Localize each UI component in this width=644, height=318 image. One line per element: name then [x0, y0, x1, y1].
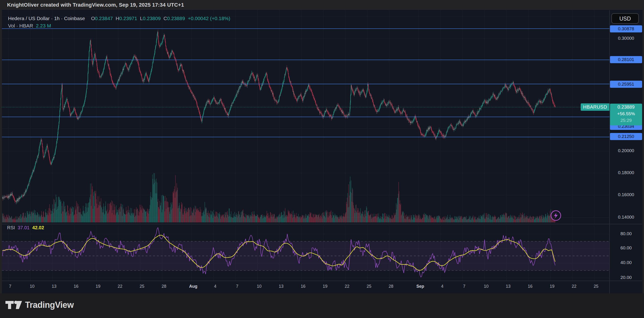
price-axis-label: 0.20000	[610, 148, 642, 153]
rsi-axis-label: 60.00	[610, 245, 642, 251]
time-axis-label: Aug	[189, 284, 198, 289]
time-axis-label: 19	[550, 284, 554, 289]
lightning-bolt-icon	[552, 211, 560, 220]
currency-toggle-button[interactable]: USD	[612, 13, 639, 24]
time-axis-label: 28	[388, 284, 393, 289]
rsi-ma-value: 42.02	[32, 225, 44, 230]
time-axis-label: 10	[257, 284, 262, 289]
high-value: 0.23971	[119, 16, 137, 21]
price-axis-label: 0.30000	[610, 36, 642, 41]
low-value: 0.23809	[143, 16, 161, 21]
chart-surface[interactable]	[2, 10, 642, 294]
price-axis-label: 0.16000	[610, 192, 642, 197]
time-axis-label: 19	[96, 284, 100, 289]
time-axis-label: 13	[52, 284, 56, 289]
time-axis-label: 4	[214, 284, 216, 289]
open-label: O	[91, 16, 95, 21]
time-axis-label: Sep	[416, 284, 424, 289]
time-axis-label: 7	[236, 284, 238, 289]
rsi-axis-label: 20.00	[610, 275, 642, 280]
price-axis-label: 0.14000	[610, 215, 642, 220]
change-percent: +56.55%	[610, 110, 642, 117]
volume-label[interactable]: Vol · HBAR	[8, 23, 33, 28]
time-axis-label: 25	[594, 284, 598, 289]
tradingview-logo[interactable]: TradingView	[5, 300, 74, 310]
rsi-axis-label: 80.00	[610, 231, 642, 236]
rsi-legend-row: RSI 37.01 42.02	[7, 225, 46, 230]
alert-price-lines[interactable]	[2, 29, 610, 137]
footer-strip: TradingView	[0, 293, 644, 318]
tradingview-snapshot: KnightOliver created with TradingView.co…	[0, 0, 644, 318]
volume-legend-row: Vol · HBAR 2.23 M	[8, 23, 52, 29]
volume-series	[2, 173, 555, 222]
chart-canvas[interactable]	[2, 10, 642, 294]
brand-name: TradingView	[25, 300, 74, 310]
last-price-box: 0.23889 +56.55% 25:29	[610, 104, 642, 125]
time-axis-label: 16	[74, 284, 78, 289]
time-axis-label: 22	[572, 284, 576, 289]
time-axis-label: 25	[140, 284, 144, 289]
symbol-title[interactable]: Hedera / US Dollar · 1h · Coinbase	[8, 16, 85, 21]
time-axis-label: 22	[118, 284, 122, 289]
high-label: H	[116, 16, 119, 21]
header-strip: KnightOliver created with TradingView.co…	[0, 0, 644, 10]
grid-lines	[2, 10, 610, 281]
alert-price-label: 0.30878	[610, 25, 642, 32]
attribution-text: KnightOliver created with TradingView.co…	[7, 2, 184, 8]
low-label: L	[140, 16, 143, 21]
alert-price-label: 0.25951	[610, 81, 642, 88]
bar-countdown: 25:29	[610, 117, 642, 123]
time-axis-label: 10	[484, 284, 488, 289]
time-axis-label: 13	[279, 284, 284, 289]
close-value: 0.23889	[167, 16, 185, 21]
time-axis-label: 13	[506, 284, 510, 289]
flash-icon[interactable]	[551, 210, 561, 221]
time-axis-label: 22	[345, 284, 350, 289]
last-price: 0.23889	[610, 104, 642, 110]
time-axis-label: 19	[323, 284, 328, 289]
rsi-value: 37.01	[18, 225, 30, 230]
tradingview-mark-icon	[5, 300, 22, 310]
time-axis-label: 16	[301, 284, 306, 289]
alert-price-label: 0.21250	[610, 133, 642, 140]
time-axis-label: 7	[9, 284, 11, 289]
time-axis-label: 10	[30, 284, 34, 289]
rsi-label[interactable]: RSI	[7, 225, 15, 230]
time-axis-label: 7	[463, 284, 466, 289]
close-label: C	[164, 16, 167, 21]
time-axis-label: 4	[441, 284, 444, 289]
time-axis-label: 16	[528, 284, 532, 289]
time-axis-label: 28	[162, 284, 166, 289]
volume-value: 2.23 M	[36, 23, 51, 28]
open-value: 0.23847	[95, 16, 113, 21]
time-axis-label: 25	[367, 284, 371, 289]
alert-price-label: 0.28101	[610, 56, 642, 63]
price-axis-label: 0.18000	[610, 170, 642, 175]
rsi-axis-label: 40.00	[610, 260, 642, 265]
symbol-price-tag: HBARUSD	[581, 103, 610, 111]
symbol-legend-row: Hedera / US Dollar · 1h · Coinbase O0.23…	[8, 16, 232, 21]
change-value: +0.00042 (+0.18%)	[188, 16, 230, 21]
